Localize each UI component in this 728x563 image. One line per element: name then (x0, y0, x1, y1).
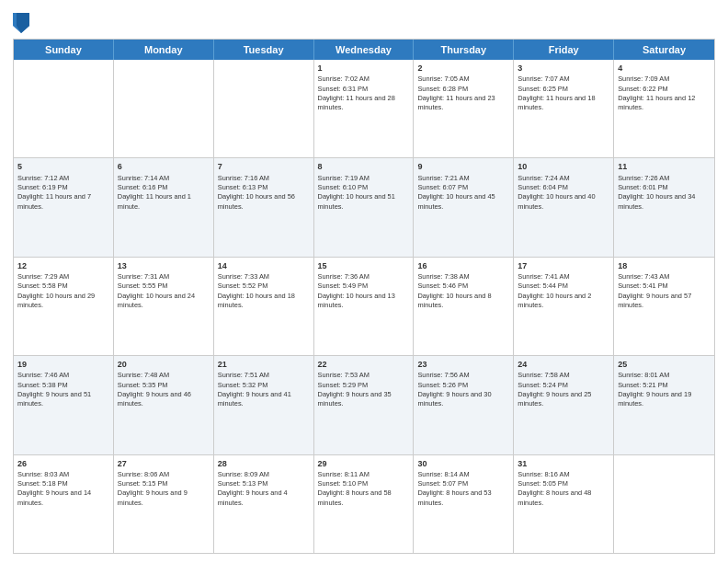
cell-date-26: 26 (17, 458, 109, 469)
cell-date-18: 18 (618, 260, 711, 271)
cell-date-1: 1 (318, 63, 410, 74)
calendar-cell-21: 21Sunrise: 7:51 AM Sunset: 5:32 PM Dayli… (214, 356, 314, 454)
cell-date-15: 15 (318, 260, 410, 271)
cell-content-10: Sunrise: 7:24 AM Sunset: 6:04 PM Dayligh… (518, 174, 609, 212)
calendar-row-1: 1Sunrise: 7:02 AM Sunset: 6:31 PM Daylig… (14, 60, 714, 158)
calendar-header: SundayMondayTuesdayWednesdayThursdayFrid… (14, 40, 714, 60)
cell-content-17: Sunrise: 7:41 AM Sunset: 5:44 PM Dayligh… (518, 272, 609, 310)
cell-content-12: Sunrise: 7:29 AM Sunset: 5:58 PM Dayligh… (17, 272, 109, 310)
calendar-cell-28: 28Sunrise: 8:09 AM Sunset: 5:13 PM Dayli… (214, 455, 314, 553)
logo (13, 13, 31, 33)
calendar-cell-empty (114, 60, 214, 157)
calendar-cell-17: 17Sunrise: 7:41 AM Sunset: 5:44 PM Dayli… (514, 258, 614, 355)
weekday-header-saturday: Saturday (614, 40, 714, 60)
cell-content-25: Sunrise: 8:01 AM Sunset: 5:21 PM Dayligh… (618, 371, 711, 408)
cell-date-28: 28 (218, 458, 310, 469)
calendar-cell-26: 26Sunrise: 8:03 AM Sunset: 5:18 PM Dayli… (14, 455, 114, 553)
cell-content-6: Sunrise: 7:14 AM Sunset: 6:16 PM Dayligh… (118, 174, 210, 212)
weekday-header-thursday: Thursday (414, 40, 514, 60)
cell-date-17: 17 (518, 260, 609, 271)
calendar-body: 1Sunrise: 7:02 AM Sunset: 6:31 PM Daylig… (14, 60, 714, 553)
calendar-cell-2: 2Sunrise: 7:05 AM Sunset: 6:28 PM Daylig… (414, 60, 514, 157)
cell-content-5: Sunrise: 7:12 AM Sunset: 6:19 PM Dayligh… (17, 174, 109, 212)
cell-content-21: Sunrise: 7:51 AM Sunset: 5:32 PM Dayligh… (218, 371, 310, 408)
cell-content-4: Sunrise: 7:09 AM Sunset: 6:22 PM Dayligh… (618, 75, 711, 112)
page-header (13, 9, 715, 33)
cell-date-25: 25 (618, 359, 711, 370)
calendar-cell-4: 4Sunrise: 7:09 AM Sunset: 6:22 PM Daylig… (614, 60, 714, 157)
cell-date-16: 16 (417, 260, 509, 271)
calendar-cell-9: 9Sunrise: 7:21 AM Sunset: 6:07 PM Daylig… (414, 158, 514, 256)
cell-date-19: 19 (17, 359, 109, 370)
calendar-row-2: 5Sunrise: 7:12 AM Sunset: 6:19 PM Daylig… (14, 158, 714, 257)
calendar-cell-29: 29Sunrise: 8:11 AM Sunset: 5:10 PM Dayli… (314, 455, 415, 553)
calendar-cell-1: 1Sunrise: 7:02 AM Sunset: 6:31 PM Daylig… (314, 60, 415, 157)
calendar-cell-30: 30Sunrise: 8:14 AM Sunset: 5:07 PM Dayli… (414, 455, 514, 553)
cell-content-13: Sunrise: 7:31 AM Sunset: 5:55 PM Dayligh… (118, 272, 210, 310)
cell-date-31: 31 (518, 458, 609, 469)
cell-date-20: 20 (118, 359, 210, 370)
calendar-cell-20: 20Sunrise: 7:48 AM Sunset: 5:35 PM Dayli… (114, 356, 214, 454)
weekday-header-monday: Monday (114, 40, 214, 60)
cell-content-18: Sunrise: 7:43 AM Sunset: 5:41 PM Dayligh… (618, 272, 711, 310)
cell-date-27: 27 (118, 458, 210, 469)
calendar-cell-14: 14Sunrise: 7:33 AM Sunset: 5:52 PM Dayli… (214, 258, 314, 355)
cell-content-7: Sunrise: 7:16 AM Sunset: 6:13 PM Dayligh… (218, 174, 310, 212)
calendar-cell-11: 11Sunrise: 7:26 AM Sunset: 6:01 PM Dayli… (614, 158, 714, 256)
cell-content-11: Sunrise: 7:26 AM Sunset: 6:01 PM Dayligh… (618, 174, 711, 212)
weekday-header-sunday: Sunday (14, 40, 114, 60)
weekday-header-wednesday: Wednesday (314, 40, 415, 60)
weekday-header-friday: Friday (514, 40, 614, 60)
calendar-cell-5: 5Sunrise: 7:12 AM Sunset: 6:19 PM Daylig… (14, 158, 114, 256)
cell-content-9: Sunrise: 7:21 AM Sunset: 6:07 PM Dayligh… (417, 174, 509, 212)
cell-content-14: Sunrise: 7:33 AM Sunset: 5:52 PM Dayligh… (218, 272, 310, 310)
cell-content-22: Sunrise: 7:53 AM Sunset: 5:29 PM Dayligh… (318, 371, 410, 408)
calendar-cell-16: 16Sunrise: 7:38 AM Sunset: 5:46 PM Dayli… (414, 258, 514, 355)
cell-date-7: 7 (218, 161, 310, 172)
calendar-cell-empty (614, 455, 714, 553)
calendar-cell-6: 6Sunrise: 7:14 AM Sunset: 6:16 PM Daylig… (114, 158, 214, 256)
cell-content-27: Sunrise: 8:06 AM Sunset: 5:15 PM Dayligh… (118, 470, 210, 508)
cell-content-30: Sunrise: 8:14 AM Sunset: 5:07 PM Dayligh… (417, 470, 509, 508)
cell-date-11: 11 (618, 161, 711, 172)
cell-date-10: 10 (518, 161, 609, 172)
cell-date-6: 6 (118, 161, 210, 172)
cell-date-23: 23 (417, 359, 509, 370)
calendar-row-4: 19Sunrise: 7:46 AM Sunset: 5:38 PM Dayli… (14, 356, 714, 454)
calendar-cell-19: 19Sunrise: 7:46 AM Sunset: 5:38 PM Dayli… (14, 356, 114, 454)
cell-content-2: Sunrise: 7:05 AM Sunset: 6:28 PM Dayligh… (417, 75, 509, 112)
calendar-cell-24: 24Sunrise: 7:58 AM Sunset: 5:24 PM Dayli… (514, 356, 614, 454)
generalblue-icon (13, 13, 29, 33)
cell-content-1: Sunrise: 7:02 AM Sunset: 6:31 PM Dayligh… (318, 75, 410, 112)
cell-date-14: 14 (218, 260, 310, 271)
cell-content-23: Sunrise: 7:56 AM Sunset: 5:26 PM Dayligh… (417, 371, 509, 408)
calendar-cell-empty (14, 60, 114, 157)
cell-date-30: 30 (417, 458, 509, 469)
cell-content-15: Sunrise: 7:36 AM Sunset: 5:49 PM Dayligh… (318, 272, 410, 310)
calendar-cell-31: 31Sunrise: 8:16 AM Sunset: 5:05 PM Dayli… (514, 455, 614, 553)
cell-date-3: 3 (518, 63, 609, 74)
weekday-header-tuesday: Tuesday (214, 40, 314, 60)
cell-date-9: 9 (417, 161, 509, 172)
calendar-cell-3: 3Sunrise: 7:07 AM Sunset: 6:25 PM Daylig… (514, 60, 614, 157)
calendar-row-3: 12Sunrise: 7:29 AM Sunset: 5:58 PM Dayli… (14, 258, 714, 356)
cell-date-2: 2 (417, 63, 509, 74)
cell-date-4: 4 (618, 63, 711, 74)
cell-content-29: Sunrise: 8:11 AM Sunset: 5:10 PM Dayligh… (318, 470, 410, 508)
calendar-cell-25: 25Sunrise: 8:01 AM Sunset: 5:21 PM Dayli… (614, 356, 714, 454)
calendar-cell-empty (214, 60, 314, 157)
calendar: SundayMondayTuesdayWednesdayThursdayFrid… (13, 39, 715, 554)
cell-date-29: 29 (318, 458, 410, 469)
calendar-cell-10: 10Sunrise: 7:24 AM Sunset: 6:04 PM Dayli… (514, 158, 614, 256)
cell-date-21: 21 (218, 359, 310, 370)
cell-content-31: Sunrise: 8:16 AM Sunset: 5:05 PM Dayligh… (518, 470, 609, 508)
calendar-cell-27: 27Sunrise: 8:06 AM Sunset: 5:15 PM Dayli… (114, 455, 214, 553)
cell-content-26: Sunrise: 8:03 AM Sunset: 5:18 PM Dayligh… (17, 470, 109, 508)
calendar-cell-18: 18Sunrise: 7:43 AM Sunset: 5:41 PM Dayli… (614, 258, 714, 355)
calendar-row-5: 26Sunrise: 8:03 AM Sunset: 5:18 PM Dayli… (14, 455, 714, 553)
calendar-cell-13: 13Sunrise: 7:31 AM Sunset: 5:55 PM Dayli… (114, 258, 214, 355)
cell-content-19: Sunrise: 7:46 AM Sunset: 5:38 PM Dayligh… (17, 371, 109, 408)
cell-date-12: 12 (17, 260, 109, 271)
cell-content-16: Sunrise: 7:38 AM Sunset: 5:46 PM Dayligh… (417, 272, 509, 310)
calendar-cell-12: 12Sunrise: 7:29 AM Sunset: 5:58 PM Dayli… (14, 258, 114, 355)
